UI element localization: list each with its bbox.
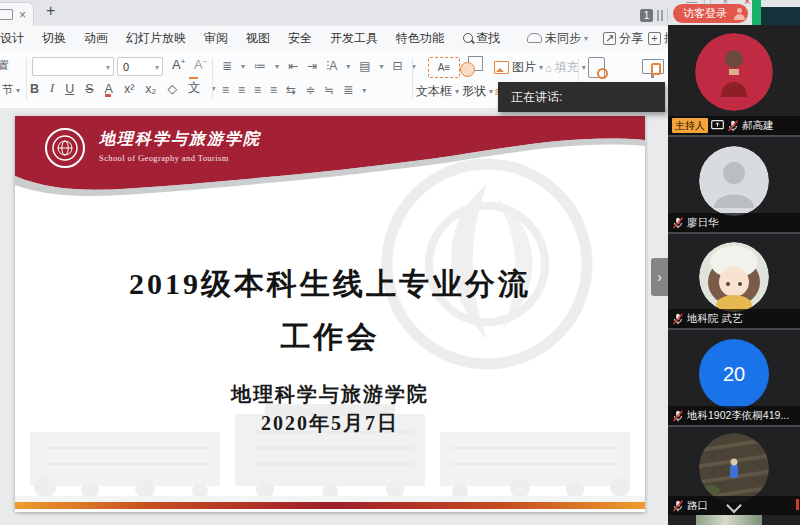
textbox-label: 文本框: [416, 83, 452, 100]
person-icon: [737, 8, 742, 13]
new-tab-button[interactable]: +: [46, 2, 55, 20]
placeholder-button[interactable]: ▤: [359, 59, 370, 73]
decrease-indent-button[interactable]: ⇤: [288, 59, 298, 73]
strikethrough-button[interactable]: S: [85, 82, 93, 96]
menu-design[interactable]: 设计: [0, 30, 33, 47]
document-tab[interactable]: ×: [0, 2, 34, 26]
meeting-participants-panel: 主持人 郝高建: [668, 25, 800, 525]
chevron-down-icon: ▾: [380, 62, 384, 71]
maximize-button[interactable]: □: [704, 0, 711, 7]
mic-muted-icon: [672, 500, 684, 512]
participant-tile[interactable]: 20 地科1902李依桐419...: [668, 330, 800, 425]
picture-icon: [494, 61, 509, 74]
increase-indent-button[interactable]: ⇥: [307, 59, 317, 73]
decrease-font-button[interactable]: A−: [194, 57, 207, 72]
fill-label: 填充: [555, 59, 579, 76]
tab-close-icon[interactable]: ×: [19, 9, 26, 21]
mic-muted-icon: [672, 410, 684, 422]
phonetic-guide-button[interactable]: 文: [188, 80, 201, 97]
align-right-button[interactable]: ≡: [254, 83, 261, 97]
find-button[interactable]: 查找: [463, 30, 500, 47]
menu-special-features[interactable]: 特色功能: [387, 30, 453, 47]
paragraph-settings-button[interactable]: ≣: [343, 83, 353, 97]
menu-view[interactable]: 视图: [237, 30, 279, 47]
cloud-sync-icon: [527, 33, 542, 43]
distribute-button[interactable]: ⇆: [286, 83, 296, 97]
chevron-down-icon: ▾: [241, 62, 245, 71]
font-name-combo[interactable]: ▾: [32, 57, 114, 76]
sync-status-button[interactable]: 未同步 ▾: [527, 26, 588, 50]
menu-animations[interactable]: 动画: [75, 30, 117, 47]
avatar: [699, 146, 769, 216]
menu-transitions[interactable]: 切换: [33, 30, 75, 47]
share-label: 分享: [619, 30, 643, 47]
participant-name-bar: 主持人 郝高建: [668, 116, 800, 135]
subscript-button[interactable]: x₂: [145, 82, 156, 96]
meeting-window-corner: [761, 7, 800, 26]
font-size-combo[interactable]: 0 ▾: [117, 57, 163, 76]
menu-security[interactable]: 安全: [279, 30, 321, 47]
line-spacing-button[interactable]: ≑: [305, 83, 315, 97]
fill-icon: ⌂: [545, 62, 552, 74]
numbered-list-button[interactable]: ≔: [254, 59, 266, 73]
menu-slideshow[interactable]: 幻灯片放映: [117, 30, 195, 47]
minimize-button[interactable]: —: [686, 0, 697, 7]
slide-header-text: 地理科学与旅游学院 School of Geography and Touris…: [99, 129, 261, 163]
insert-textbox-button[interactable]: 文本框▾: [416, 83, 459, 100]
align-text-button[interactable]: ⊟: [393, 59, 403, 73]
align-left-button[interactable]: ≡: [222, 83, 229, 97]
close-button[interactable]: ×: [722, 0, 728, 7]
chevron-down-icon: ▾: [455, 87, 459, 96]
reset-button[interactable]: 重置: [0, 58, 23, 73]
mic-muted-icon: [672, 217, 684, 229]
insert-shape-button[interactable]: 形状▾: [462, 83, 493, 100]
participant-tile[interactable]: 路口: [668, 427, 800, 515]
share-button[interactable]: ↗ 分享: [603, 26, 643, 50]
section-button[interactable]: 节 ▾: [2, 82, 20, 97]
font-format-row: B I U S A x² x₂ ◇ 文 ▾: [30, 80, 216, 97]
chevron-down-icon: ▾: [275, 62, 279, 71]
underline-button[interactable]: U: [65, 82, 74, 96]
section-label: 节: [2, 83, 13, 95]
clear-format-button[interactable]: ◇: [167, 81, 177, 96]
italic-button[interactable]: I: [50, 81, 54, 96]
align-center-button[interactable]: ≡: [238, 83, 245, 97]
chevron-down-icon: ▾: [16, 86, 20, 95]
bullet-list-button[interactable]: ≣: [222, 59, 232, 73]
share-icon: ↗: [603, 32, 616, 45]
chevron-down-icon: ▾: [155, 58, 159, 77]
textbox-icon[interactable]: A≡: [428, 57, 460, 78]
avatar: 20: [699, 339, 769, 409]
superscript-button[interactable]: x²: [124, 82, 134, 96]
insert-picture-button[interactable]: 图片▾: [494, 59, 543, 76]
shrink-font-label: A: [194, 57, 203, 72]
sidebar-collapse-handle[interactable]: ›: [651, 258, 668, 296]
chevron-down-icon[interactable]: [726, 498, 742, 514]
slide-master-icon[interactable]: [588, 57, 605, 78]
increase-font-button[interactable]: A+: [172, 57, 185, 72]
shapes-icon[interactable]: [460, 62, 475, 77]
comment-icon: +: [648, 32, 661, 45]
close-icon[interactable]: ×: [744, 0, 750, 7]
badge-bar-icon: [657, 10, 659, 21]
next-participant-partial-tile: [668, 515, 800, 525]
paragraph-spacing-button[interactable]: ≒: [324, 83, 334, 97]
participant-tile[interactable]: 廖日华: [668, 137, 800, 232]
projector-settings-icon[interactable]: [642, 59, 664, 74]
slide[interactable]: 地理科学与旅游学院 School of Geography and Touris…: [15, 116, 645, 512]
participant-tile[interactable]: 地科院 武艺: [668, 234, 800, 328]
slide-footer-gradient-bar: [15, 502, 645, 509]
reset-section-column: 重置 节 ▾: [0, 50, 24, 108]
participant-tile-host[interactable]: 主持人 郝高建: [668, 25, 800, 135]
menu-review[interactable]: 审阅: [195, 30, 237, 47]
menu-devtools[interactable]: 开发工具: [321, 30, 387, 47]
badge-bar-icon: [661, 10, 663, 21]
document-count-badge[interactable]: 1: [640, 9, 653, 22]
font-color-button[interactable]: A: [105, 82, 113, 96]
justify-button[interactable]: ≡: [270, 83, 277, 97]
fill-button[interactable]: ⌂ 填充▾: [545, 59, 586, 76]
green-edge-strip: [752, 0, 761, 26]
avatar-number: 20: [723, 363, 745, 386]
bold-button[interactable]: B: [30, 82, 39, 96]
text-direction-button[interactable]: ⫶A: [326, 59, 337, 73]
